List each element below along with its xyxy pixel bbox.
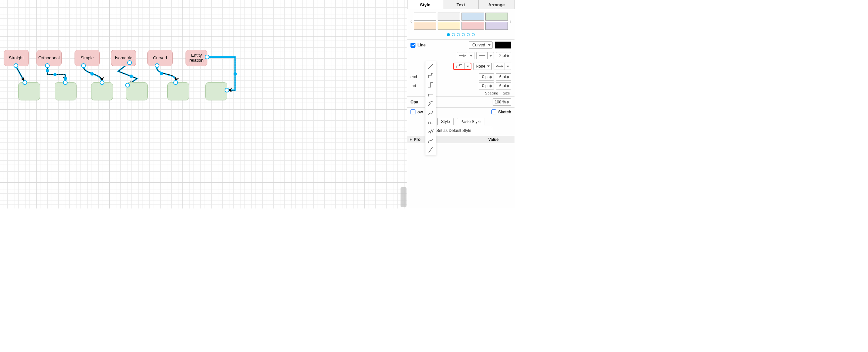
endpoint[interactable] <box>205 55 209 59</box>
end-spacing-input[interactable]: 0 pt <box>479 73 494 81</box>
spinner[interactable] <box>489 83 493 89</box>
pager-dot[interactable] <box>462 33 465 36</box>
disclosure-triangle-icon <box>410 138 412 141</box>
preset-swatch[interactable] <box>485 22 508 30</box>
waypoint[interactable] <box>234 72 237 76</box>
pager-dot[interactable] <box>452 33 455 36</box>
scrollbar-vertical[interactable] <box>401 187 406 207</box>
target-entity[interactable] <box>206 82 227 100</box>
properties-header[interactable]: Pro Value <box>407 136 515 143</box>
start-size-value: 6 pt <box>498 84 506 88</box>
waypoint-option-simple-h[interactable] <box>427 81 435 89</box>
opacity-input[interactable]: 100 % <box>493 98 511 106</box>
start-spacing-input[interactable]: 0 pt <box>479 82 494 89</box>
preset-swatch[interactable] <box>414 22 436 30</box>
waypoint-option-simple-v[interactable] <box>427 90 435 98</box>
pager-dot[interactable] <box>447 33 450 36</box>
pager-dot[interactable] <box>457 33 460 36</box>
tab-style[interactable]: Style <box>407 0 443 9</box>
endpoint[interactable] <box>125 83 130 88</box>
paste-style-button[interactable]: Paste Style <box>457 118 484 125</box>
set-default-style-button[interactable]: Set as Default Style <box>429 127 492 134</box>
waypoint-option-isometric[interactable] <box>427 99 435 108</box>
spinner[interactable] <box>506 99 510 106</box>
waypoint[interactable] <box>129 75 133 78</box>
node-label: Orthogonal <box>38 56 60 61</box>
arrow-end-icon <box>457 52 468 59</box>
spinner[interactable] <box>489 74 493 80</box>
endpoint[interactable] <box>173 80 178 85</box>
spinner[interactable] <box>506 52 510 59</box>
endpoint[interactable] <box>127 60 132 65</box>
endpoint[interactable] <box>225 88 229 92</box>
waypoint-option-orthogonal[interactable] <box>427 71 435 80</box>
line-dash-combo[interactable] <box>476 52 494 59</box>
waypoint-option-entity[interactable] <box>427 118 435 126</box>
canvas[interactable]: Straight Orthogonal Simple Isometric Cur… <box>0 0 407 208</box>
waypoint[interactable] <box>160 72 163 75</box>
node-isometric[interactable]: Isometric <box>111 50 136 66</box>
endpoint[interactable] <box>45 63 50 68</box>
endpoint[interactable] <box>81 63 86 68</box>
line-end-arrow-combo[interactable] <box>457 52 474 59</box>
node-label: Entity relation <box>189 53 204 63</box>
preset-swatch[interactable] <box>414 12 436 21</box>
line-start-arrow-combo[interactable] <box>494 63 511 70</box>
shadow-checkbox[interactable] <box>410 109 415 114</box>
node-entity[interactable]: Entity relation <box>186 50 207 66</box>
line-start-row: tart 0 pt 6 pt <box>407 82 515 91</box>
target-simple[interactable] <box>91 82 113 100</box>
connection-none-value: None <box>476 64 485 68</box>
line-color-chip[interactable] <box>495 41 511 49</box>
waypoint-option-curved[interactable] <box>427 137 435 145</box>
pager-dot[interactable] <box>472 33 475 36</box>
endpoint[interactable] <box>23 80 27 85</box>
endpoint[interactable] <box>155 63 159 68</box>
tab-text[interactable]: Text <box>443 0 479 9</box>
style-presets: ‹ › <box>407 9 515 31</box>
pager-dot[interactable] <box>467 33 470 36</box>
line-style-select[interactable]: Curved <box>469 41 493 49</box>
preset-swatch[interactable] <box>438 22 460 30</box>
waypoint-option-jagged[interactable] <box>427 127 435 135</box>
waypoint[interactable] <box>46 69 49 72</box>
preset-swatch[interactable] <box>438 12 460 21</box>
waypoint-style-combo[interactable] <box>453 63 471 70</box>
node-curved[interactable]: Curved <box>148 50 173 66</box>
spinner[interactable] <box>506 74 510 80</box>
tab-label: Style <box>420 2 430 7</box>
properties-label-fragment: Pro <box>414 137 421 142</box>
waypoint[interactable] <box>64 77 67 80</box>
tab-arrange[interactable]: Arrange <box>479 0 515 9</box>
node-label: Simple <box>81 56 94 61</box>
waypoint[interactable] <box>90 72 94 76</box>
presets-prev[interactable]: ‹ <box>408 19 414 24</box>
endpoint[interactable] <box>63 80 68 85</box>
style-buttons-row: Style Paste Style <box>407 116 515 127</box>
sketch-checkbox[interactable] <box>491 109 496 114</box>
waypoint[interactable] <box>53 73 57 76</box>
connection-none-select[interactable]: None <box>473 63 492 70</box>
end-size-input[interactable]: 6 pt <box>496 73 511 81</box>
properties-value-header: Value <box>488 137 499 142</box>
waypoint-option-curved2[interactable] <box>427 146 435 154</box>
target-curved[interactable] <box>167 82 189 100</box>
preset-swatch[interactable] <box>462 12 484 21</box>
preset-swatch[interactable] <box>485 12 508 21</box>
endpoint[interactable] <box>100 80 104 85</box>
canvas-grid <box>0 0 407 208</box>
endpoint[interactable] <box>13 63 18 68</box>
start-size-input[interactable]: 6 pt <box>496 82 511 89</box>
line-width-input[interactable]: 2 pt <box>496 52 511 59</box>
presets-next[interactable]: › <box>508 19 513 24</box>
target-straight[interactable] <box>18 82 40 100</box>
node-simple[interactable]: Simple <box>74 50 100 66</box>
panel-tabs: Style Text Arrange <box>407 0 515 9</box>
spinner[interactable] <box>506 83 510 89</box>
waypoint-option-straight[interactable] <box>427 62 435 70</box>
waypoint-option-isometric2[interactable] <box>427 109 435 117</box>
target-orthogonal[interactable] <box>55 82 76 100</box>
line-checkbox[interactable] <box>410 43 415 48</box>
preset-swatch[interactable] <box>462 22 484 30</box>
copy-style-button[interactable]: Style <box>437 118 454 125</box>
